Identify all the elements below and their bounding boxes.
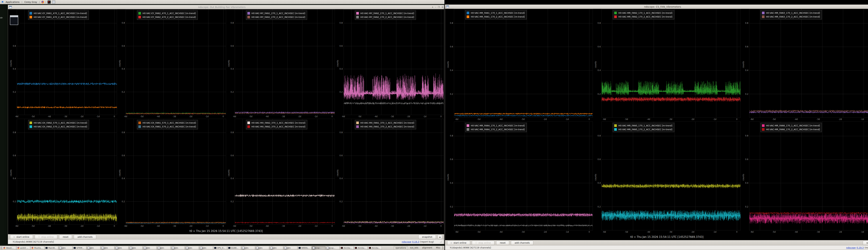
taskbar-item[interactable]: medm [199,246,213,250]
legend-item[interactable]: H0:VAC-MX_FAN2_370_1_ACC_INCHSEC [m-tren… [247,121,305,125]
plot-area[interactable]: H0:VAC-MR_FAN3_170_1_ACC_INCHSEC [m-tren… [749,9,868,118]
start-online-button[interactable]: ▷start online [10,235,33,239]
add-channels-button[interactable]: add channels [511,241,533,245]
plot-area[interactable]: H0:VAC-MR_FAN5_170_1_ACC_INCHSEC [m-tren… [601,122,740,230]
taskbar-item[interactable]: medm [87,246,100,250]
report-bug-link[interactable]: (report bug) [865,246,868,249]
plot-area[interactable]: H0:VAC-MY_FAN2_270_1_ACC_INCHSEC [m-tren… [344,9,444,115]
plot-canvas[interactable] [749,9,868,118]
legend[interactable]: H0:VAC-MY_FAN2_270_1_ACC_INCHSEC [m-tren… [355,10,416,20]
taskbar-item[interactable]: aLIGO ... [17,246,30,250]
taskbar-item[interactable]: medm [185,246,199,250]
ndscope-link[interactable]: ndscope [402,241,411,243]
legend-item[interactable]: H0:VAC-MR_FAN1_170_1_ACC_INCHSEC [m-tren… [467,11,525,15]
legend-item[interactable]: H0:VAC-MR_FAN2_170_2_ACC_INCHSEC [m-tren… [614,15,672,19]
workspace-sus_seis[interactable]: sus_seis [408,246,420,249]
taskbar-item[interactable]: SITEM... [73,246,87,250]
legend[interactable]: H0:VAC-EY_FAN1_470_1_ACC_INCHSEC [m-tren… [28,10,89,20]
legend-item[interactable]: H0:VAC-MR_FAN6_170_1_ACC_INCHSEC [m-tren… [762,124,820,127]
plot-canvas[interactable] [602,122,740,230]
taskbar-item[interactable]: medm [284,246,298,250]
plot-area[interactable]: H0:VAC-MR_FAN1_170_1_ACC_INCHSEC [m-tren… [454,9,593,118]
legend[interactable]: H0:VAC-EY_FAN2_470_1_ACC_INCHSEC [m-tren… [137,10,198,20]
stop-online-button[interactable]: ☐stop online [472,241,495,245]
plot-area[interactable]: H0:VAC-MY_FAN1_270_1_ACC_INCHSEC [m-tren… [235,9,335,115]
legend-item[interactable]: H0:VAC-MR_FAN6_170_2_ACC_INCHSEC [m-tren… [762,127,820,131]
legend-item[interactable]: H0:VAC-EX_FAN2_570_1_ACC_INCHSEC [m-tren… [30,121,87,125]
legend[interactable]: H0:VAC-MX_FAN2_370_1_ACC_INCHSEC [m-tren… [246,120,307,129]
plot-canvas[interactable] [235,9,335,115]
legend-item[interactable]: H0:VAC-MX_FAN2_370_2_ACC_INCHSEC [m-tren… [247,125,305,128]
plot-area[interactable]: H0:VAC-MR_FAN4_170_1_ACC_INCHSEC [m-tren… [454,122,593,230]
legend-item[interactable]: H0:VAC-EX_FAN2_570_2_ACC_INCHSEC [m-tren… [30,125,87,128]
taskbar-item[interactable]: OPS_O... [213,246,227,250]
legend-item[interactable]: H0:VAC-EX_FAN1_570_1_ACC_INCHSEC [m-tren… [138,121,196,125]
plot-canvas[interactable] [344,119,443,224]
taskbar-handle[interactable] [1,246,2,249]
legend[interactable]: H0:VAC-EX_FAN2_570_1_ACC_INCHSEC [m-tren… [28,120,89,129]
minimize-icon[interactable]: – [435,6,436,8]
legend-item[interactable]: H0:VAC-EX_FAN1_570_2_ACC_INCHSEC [m-tren… [138,125,196,128]
legend-item[interactable]: H0:VAC-MY_FAN1_270_2_ACC_INCHSEC [m-tren… [247,15,305,19]
taskbar-item[interactable]: WEEKL... [298,246,311,250]
legend-item[interactable]: H0:VAC-MR_FAN4_170_1_ACC_INCHSEC [m-tren… [467,124,525,127]
collapse-arrow-button[interactable]: ▲ [438,235,442,239]
taskbar-item[interactable]: /bin/ba... [340,246,353,250]
plot-area[interactable]: H0:VAC-MX_FAN2_370_1_ACC_INCHSEC [m-tren… [235,119,335,224]
legend-item[interactable]: H0:VAC-EY_FAN2_470_1_ACC_INCHSEC [m-tren… [138,11,196,15]
legend-item[interactable]: H0:VAC-MR_FAN1_170_2_ACC_INCHSEC [m-tren… [467,15,525,19]
taskbar-item[interactable]: /bin/ba... [368,246,382,250]
taskbar-item[interactable]: medm [255,246,269,250]
title-bar[interactable]: ndscope: CS_FAN_Vibrometers ∧ – ❒ ✕ [445,5,868,9]
firefox-icon[interactable] [41,1,44,3]
legend[interactable]: H0:VAC-MR_FAN6_170_1_ACC_INCHSEC [m-tren… [761,123,822,132]
add-channels-button[interactable]: add channels [74,235,96,239]
plot-area[interactable]: H0:VAC-EY_FAN1_470_1_ACC_INCHSEC [m-tren… [17,9,117,115]
legend-item[interactable]: H0:VAC-MR_FAN5_170_1_ACC_INCHSEC [m-tren… [614,124,672,127]
legend[interactable]: H0:VAC-MR_FAN2_170_1_ACC_INCHSEC [m-tren… [613,10,674,20]
taskbar-item[interactable]: medm [115,246,129,250]
legend-item[interactable]: H0:VAC-MR_FAN3_170_1_ACC_INCHSEC [m-tren… [762,11,820,15]
legend[interactable]: H0:VAC-EX_FAN1_570_1_ACC_INCHSEC [m-tren… [137,120,198,129]
legend-item[interactable]: H0:VAC-MY_FAN2_270_2_ACC_INCHSEC [m-tren… [356,15,414,19]
legend-item[interactable]: H0:VAC-MR_FAN4_170_2_ACC_INCHSEC [m-tren… [467,127,525,131]
reset-button[interactable]: reset [59,235,72,239]
taskbar-item[interactable]: medm [171,246,185,250]
plot-canvas[interactable] [126,119,226,224]
taskbar-item[interactable]: ndscop... [312,246,326,250]
legend-item[interactable]: H0:VAC-EY_FAN2_470_2_ACC_INCHSEC [m-tren… [138,15,196,19]
reset-button[interactable]: reset [496,241,509,245]
plot-canvas[interactable] [344,9,443,115]
ndscope-link[interactable]: ndscope [846,246,856,249]
maximize-icon[interactable]: ❒ [438,6,440,8]
legend-item[interactable]: H0:VAC-MY_FAN1_270_1_ACC_INCHSEC [m-tren… [247,11,305,15]
legend-item[interactable]: H0:VAC-EY_FAN1_470_2_ACC_INCHSEC [m-tren… [30,15,87,19]
legend[interactable]: H0:VAC-MR_FAN5_170_1_ACC_INCHSEC [m-tren… [613,123,674,132]
resize-grip[interactable] [440,241,442,243]
legend-item[interactable]: H0:VAC-MR_FAN5_170_2_ACC_INCHSEC [m-tren… [614,127,672,131]
taskbar-item[interactable]: GUAR... [227,246,241,250]
legend-item[interactable]: H0:VAC-MR_FAN2_170_1_ACC_INCHSEC [m-tren… [614,11,672,15]
workspace-operations[interactable]: operations [394,246,408,250]
plot-area[interactable]: H0:VAC-EX_FAN1_570_1_ACC_INCHSEC [m-tren… [126,119,226,224]
taskbar-item[interactable]: medm [242,246,255,250]
plot-canvas[interactable] [17,119,117,224]
plot-area[interactable]: H0:VAC-MR_FAN2_170_1_ACC_INCHSEC [m-tren… [601,9,740,118]
start-online-button[interactable]: ▷start online [447,241,470,245]
terminal-icon[interactable] [48,1,51,4]
plot-area[interactable]: H0:VAC-MX_FAN1_370_1_ACC_INCHSEC [m-tren… [344,119,444,224]
close-icon[interactable]: ✕ [441,6,443,8]
legend-item[interactable]: H0:VAC-MR_FAN3_170_2_ACC_INCHSEC [m-tren… [762,15,820,19]
legend-item[interactable]: H0:VAC-MX_FAN1_370_2_ACC_INCHSEC [m-tren… [356,125,414,128]
plot-area[interactable]: H0:VAC-MR_FAN6_170_1_ACC_INCHSEC [m-tren… [749,122,868,230]
legend-item[interactable]: H0:VAC-EY_FAN1_470_1_ACC_INCHSEC [m-tren… [30,11,87,15]
taskbar-handle[interactable] [442,246,444,249]
taskbar-item[interactable]: /bin/ba... [354,246,368,250]
workspace-Misc[interactable]: Misc [435,246,442,249]
taskbar-item[interactable]: medm [157,246,171,250]
plot-canvas[interactable] [126,9,226,115]
legend[interactable]: H0:VAC-MX_FAN1_370_1_ACC_INCHSEC [m-tren… [355,120,416,129]
shade-icon[interactable]: ∧ [432,6,433,8]
plot-canvas[interactable] [602,9,740,118]
plot-canvas[interactable] [17,9,117,115]
